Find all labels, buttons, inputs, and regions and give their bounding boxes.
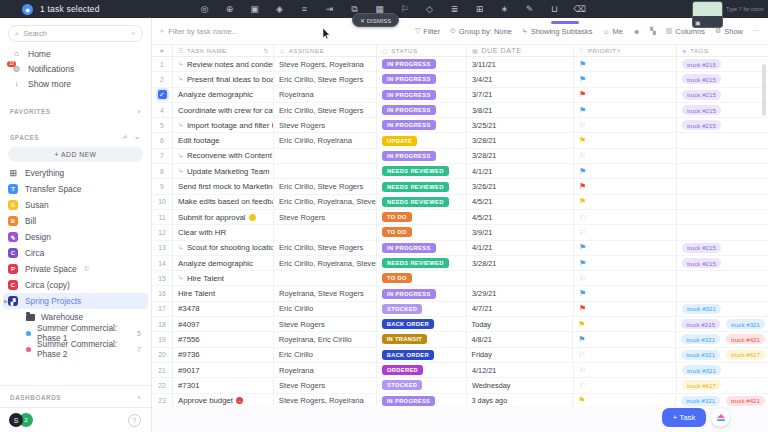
- tags-cell[interactable]: [676, 286, 768, 300]
- assignee-cell[interactable]: Steve Rogers: [273, 317, 376, 331]
- priority-cell[interactable]: ⚑: [572, 332, 675, 346]
- due-date-cell[interactable]: 4/7/21: [466, 302, 573, 316]
- status-cell[interactable]: TO DO: [376, 271, 466, 285]
- sparkle-icon[interactable]: ∗: [492, 0, 517, 18]
- task-name-cell[interactable]: ↳Update Marketing Team: [172, 164, 273, 178]
- due-date-cell[interactable]: 3/26/21: [466, 179, 573, 193]
- status-cell[interactable]: IN PROGRESS: [376, 88, 466, 102]
- sidebar-item-show-more[interactable]: ↓Show more: [0, 76, 151, 91]
- task-filter-input[interactable]: ⌕ Filter by task name...: [160, 26, 238, 36]
- sidebar-space-circa-copy-[interactable]: CCirca (copy): [0, 277, 151, 293]
- task-name-cell[interactable]: ↳Import footage and filter–: [172, 118, 273, 132]
- priority-cell[interactable]: ⚐: [573, 378, 676, 392]
- table-row[interactable]: 12Clear with HRTO DO3/9/21⚐: [152, 225, 768, 240]
- task-name-cell[interactable]: #3478: [172, 302, 273, 316]
- view-toggle[interactable]: ▚: [650, 27, 655, 35]
- due-date-cell[interactable]: 3/8/21: [466, 103, 573, 117]
- assignee-cell[interactable]: Royelrana, Steve Rogers: [273, 286, 376, 300]
- due-date-cell[interactable]: 3/28/21: [466, 256, 573, 270]
- tags-cell[interactable]: truck #321: [676, 302, 768, 316]
- column-header-priority[interactable]: ⚐PRIORITY: [573, 45, 676, 56]
- due-date-cell[interactable]: Friday: [466, 348, 573, 362]
- me-filter[interactable]: ☺Me: [602, 27, 623, 36]
- column-header-num[interactable]: #: [152, 45, 172, 56]
- table-row[interactable]: 22#7301Steve RogersSTOCKEDWednesday⚐truc…: [152, 378, 768, 393]
- tags-cell[interactable]: truck #321truck #617: [675, 348, 768, 362]
- table-row[interactable]: 16Hire TalentRoyelrana, Steve RogersIN P…: [152, 286, 768, 301]
- status-cell[interactable]: NEEDS REVIEWED: [376, 195, 466, 209]
- tags-cell[interactable]: truck #215: [676, 256, 768, 270]
- tags-cell[interactable]: [676, 210, 768, 224]
- table-row[interactable]: 9Send first mock to Marketing...Eric Cir…: [152, 179, 768, 194]
- column-header-status[interactable]: ▢STATUS: [376, 45, 466, 56]
- table-row[interactable]: 17#3478Eric CirilloSTOCKED4/7/21⚑truck #…: [152, 302, 768, 317]
- due-date-cell[interactable]: 3/28/21: [466, 133, 573, 147]
- row-number[interactable]: 11: [152, 210, 172, 224]
- assignee-cell[interactable]: Steve Rogers, Royelrana: [273, 57, 376, 71]
- column-header-name[interactable]: ☰TASK NAME⇅: [172, 45, 273, 56]
- priority-cell[interactable]: ⚑: [573, 241, 676, 255]
- column-header-due[interactable]: ▦DUE DATE: [466, 45, 573, 56]
- priority-cell[interactable]: ⚑: [573, 57, 676, 71]
- favorites-section[interactable]: FAVORITES ›: [0, 104, 151, 118]
- assignee-cell[interactable]: Steve Rogers: [273, 378, 376, 392]
- row-number[interactable]: 7: [152, 149, 172, 163]
- user-avatar[interactable]: S: [9, 413, 23, 427]
- tags-cell[interactable]: truck #321truck #421: [675, 332, 768, 346]
- workspace-avatar[interactable]: ◆: [22, 4, 33, 15]
- priority-cell[interactable]: ⚐: [573, 271, 676, 285]
- row-number[interactable]: 17: [152, 302, 172, 316]
- sidebar-space-bill[interactable]: BBill: [0, 213, 151, 229]
- row-number[interactable]: 16: [152, 286, 172, 300]
- status-cell[interactable]: IN PROGRESS: [376, 241, 466, 255]
- table-row[interactable]: 18#4097Steve RogersBACK ORDERToday⚑truck…: [152, 317, 768, 332]
- spaces-section[interactable]: SPACES ⌕⌄: [0, 130, 151, 144]
- priority-cell[interactable]: ⚐: [572, 348, 675, 362]
- status-cell[interactable]: IN TRANSIT: [376, 332, 466, 346]
- priority-cell[interactable]: ⚑: [573, 133, 676, 147]
- archive-icon[interactable]: ⊔: [542, 0, 567, 18]
- sidebar-item-notifications[interactable]: ◍10Notifications: [0, 61, 151, 76]
- status-cell[interactable]: IN PROGRESS: [376, 286, 466, 300]
- table-row[interactable]: 7↳Reconvene with Content ...IN PROGRESS3…: [152, 149, 768, 164]
- tags-cell[interactable]: [676, 271, 768, 285]
- tags-cell[interactable]: [676, 164, 768, 178]
- column-header-tags[interactable]: ◈TAGS: [676, 45, 768, 56]
- status-cell[interactable]: STOCKED: [376, 302, 466, 316]
- status-cell[interactable]: ORDERED: [376, 363, 466, 377]
- task-name-cell[interactable]: Submit for approval: [172, 210, 273, 224]
- assignee-cell[interactable]: Eric Cirillo, Royelrana, Steve ...: [273, 195, 376, 209]
- status-cell[interactable]: NEEDS REVIEWED: [376, 256, 466, 270]
- status-cell[interactable]: BACK ORDER: [376, 317, 466, 331]
- priority-cell[interactable]: ⚐: [573, 225, 676, 239]
- assignee-cell[interactable]: [273, 271, 376, 285]
- sidebar-search-input[interactable]: ⌕ Search ✧: [8, 25, 143, 42]
- task-name-cell[interactable]: ↳Hire Talent: [172, 271, 273, 285]
- priority-cell[interactable]: ⚐: [573, 118, 676, 132]
- status-cell[interactable]: IN PROGRESS: [376, 72, 466, 86]
- sidebar-space-circa[interactable]: CCirca: [0, 245, 151, 261]
- status-cell[interactable]: STOCKED: [376, 378, 466, 392]
- row-number[interactable]: 22: [152, 378, 172, 392]
- sidebar-space-susan[interactable]: SSusan: [0, 197, 151, 213]
- tags-cell[interactable]: [676, 195, 768, 209]
- status-cell[interactable]: IN PROGRESS: [376, 103, 466, 117]
- command-input[interactable]: Type '/' for commands: [726, 3, 764, 15]
- spaces-search-icon[interactable]: ⌕: [123, 132, 128, 142]
- table-row[interactable]: 21#9017RoyelranaORDERED4/12/21⚐truck #32…: [152, 363, 768, 378]
- filter-button[interactable]: ▽Filter: [415, 27, 440, 36]
- due-date-cell[interactable]: Today: [466, 317, 573, 331]
- priority-cell[interactable]: ⚑: [573, 179, 676, 193]
- group-by-button[interactable]: ⊙Group by: None: [450, 27, 512, 36]
- assignee-cell[interactable]: Eric Cirillo: [273, 302, 376, 316]
- due-date-cell[interactable]: [466, 271, 573, 285]
- tags-cell[interactable]: truck #215: [676, 57, 768, 71]
- status-cell[interactable]: TO DO: [376, 210, 466, 224]
- row-number[interactable]: 13: [152, 241, 172, 255]
- due-date-cell[interactable]: 4/8/21: [466, 332, 573, 346]
- column-header-assignee[interactable]: ☺ASSIGNEE: [273, 45, 376, 56]
- due-date-cell[interactable]: 4/5/21: [466, 210, 573, 224]
- task-name-cell[interactable]: ↳Review notes and conden...: [172, 57, 273, 71]
- row-number[interactable]: 19: [152, 332, 172, 346]
- row-number[interactable]: 12: [152, 225, 172, 239]
